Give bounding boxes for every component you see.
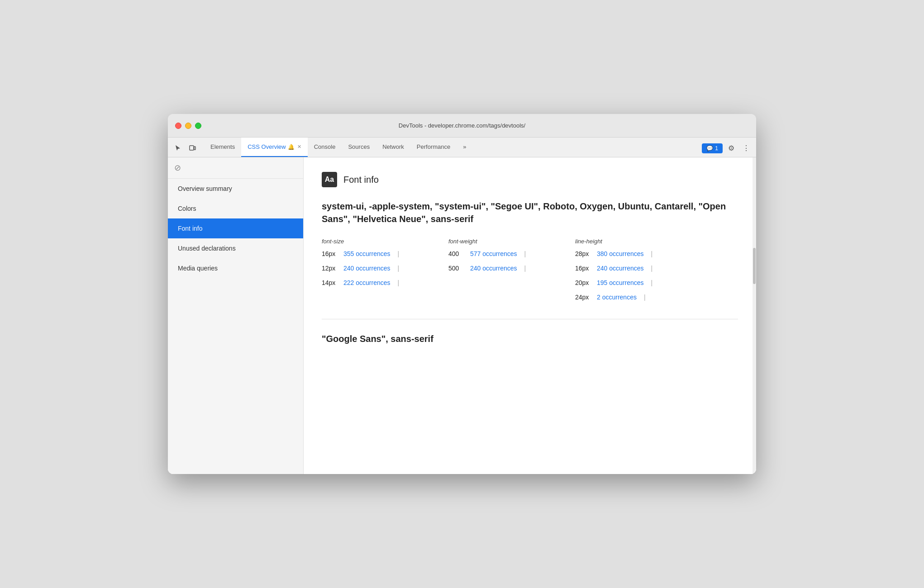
cursor-icon[interactable]: [171, 142, 184, 154]
bar-icon-3c: |: [651, 279, 653, 286]
col-line-height-label: line-height: [575, 238, 702, 245]
tab-more[interactable]: »: [457, 138, 472, 157]
sidebar-item-colors[interactable]: Colors: [168, 199, 303, 218]
sidebar-item-overview-summary[interactable]: Overview summary: [168, 179, 303, 199]
section-title: Font info: [343, 175, 379, 185]
scrollbar[interactable]: [753, 157, 756, 474]
svg-rect-0: [190, 146, 194, 150]
font-family-name-2: "Google Sans", sans-serif: [322, 334, 738, 344]
line-height-occ-3[interactable]: 195 occurrences: [597, 279, 644, 286]
tab-console[interactable]: Console: [308, 138, 342, 157]
tab-sources[interactable]: Sources: [342, 138, 376, 157]
section-divider: [322, 319, 738, 319]
font-weight-cell-1: 400 577 occurrences |: [448, 250, 575, 257]
sidebar: ⊘ Overview summary Colors Font info Unus…: [168, 157, 304, 474]
line-height-cell-1: 28px 380 occurrences |: [575, 250, 702, 257]
tab-performance[interactable]: Performance: [410, 138, 457, 157]
sidebar-item-font-info[interactable]: Font info: [168, 218, 303, 238]
line-height-occ-2[interactable]: 240 occurrences: [597, 265, 644, 272]
tab-bar: Elements CSS Overview 🔔 ✕ Console Source…: [204, 138, 702, 157]
table-row: 14px 222 occurrences | 20px 195 occurren…: [322, 279, 738, 286]
maximize-button[interactable]: [195, 123, 201, 129]
settings-icon[interactable]: ⚙: [725, 142, 737, 154]
col-font-weight-label: font-weight: [448, 238, 575, 245]
window-title: DevTools - developer.chrome.com/tags/dev…: [399, 122, 525, 129]
more-options-icon[interactable]: ⋮: [740, 142, 753, 154]
section-header: Aa Font info: [322, 172, 738, 187]
devtools-window: DevTools - developer.chrome.com/tags/dev…: [168, 114, 756, 474]
titlebar: DevTools - developer.chrome.com/tags/dev…: [168, 114, 756, 138]
bar-icon-2c: |: [651, 265, 653, 272]
line-height-cell-2: 16px 240 occurrences |: [575, 265, 702, 272]
font-table-header: font-size font-weight line-height: [322, 238, 738, 245]
font-size-occ-3[interactable]: 222 occurrences: [343, 279, 391, 286]
tab-elements[interactable]: Elements: [204, 138, 241, 157]
minimize-button[interactable]: [185, 123, 191, 129]
font-weight-occ-1[interactable]: 577 occurrences: [470, 250, 517, 257]
font-family-name-1: system-ui, -apple-system, "system-ui", "…: [322, 200, 738, 225]
font-info-icon: Aa: [322, 172, 337, 187]
font-size-value-3: 14px: [322, 279, 338, 286]
table-row: 16px 355 occurrences | 400 577 occurrenc…: [322, 250, 738, 257]
font-weight-value-1: 400: [448, 250, 465, 257]
font-size-cell-1: 16px 355 occurrences |: [322, 250, 448, 257]
line-height-value-3: 20px: [575, 279, 591, 286]
tab-close-icon[interactable]: ✕: [297, 144, 301, 150]
tab-css-overview[interactable]: CSS Overview 🔔 ✕: [241, 138, 308, 157]
col-font-size-label: font-size: [322, 238, 448, 245]
bar-icon-2a: |: [398, 265, 400, 272]
font-size-value-1: 16px: [322, 250, 338, 257]
table-row: 24px 2 occurrences |: [322, 294, 738, 301]
line-height-cell-4: 24px 2 occurrences |: [575, 294, 702, 301]
font-size-cell-2: 12px 240 occurrences |: [322, 265, 448, 272]
table-row: 12px 240 occurrences | 500 240 occurrenc…: [322, 265, 738, 272]
bar-icon-1b: |: [524, 250, 526, 257]
sidebar-item-unused-declarations[interactable]: Unused declarations: [168, 238, 303, 258]
sidebar-header: ⊘: [168, 157, 303, 179]
font-weight-cell-2: 500 240 occurrences |: [448, 265, 575, 272]
scrollbar-thumb[interactable]: [753, 248, 756, 284]
bar-icon-1a: |: [398, 250, 400, 257]
font-size-cell-3: 14px 222 occurrences |: [322, 279, 448, 286]
font-size-value-2: 12px: [322, 265, 338, 272]
bar-icon-2b: |: [524, 265, 526, 272]
notifications-badge[interactable]: 💬 1: [702, 143, 723, 153]
device-icon[interactable]: [186, 142, 199, 154]
close-button[interactable]: [175, 123, 181, 129]
font-size-occ-1[interactable]: 355 occurrences: [343, 250, 391, 257]
line-height-occ-4[interactable]: 2 occurrences: [597, 294, 637, 301]
line-height-value-2: 16px: [575, 265, 591, 272]
chat-icon: 💬: [706, 145, 713, 152]
sidebar-item-media-queries[interactable]: Media queries: [168, 258, 303, 278]
toolbar-icon-group: [171, 142, 199, 157]
line-height-occ-1[interactable]: 380 occurrences: [597, 250, 644, 257]
bar-icon-3a: |: [398, 279, 400, 286]
window-controls: [175, 123, 201, 129]
line-height-value-4: 24px: [575, 294, 591, 301]
font-size-occ-2[interactable]: 240 occurrences: [343, 265, 391, 272]
main-layout: ⊘ Overview summary Colors Font info Unus…: [168, 157, 756, 474]
bar-icon-4c: |: [644, 294, 646, 301]
line-height-cell-3: 20px 195 occurrences |: [575, 279, 702, 286]
font-weight-value-2: 500: [448, 265, 465, 272]
font-weight-occ-2[interactable]: 240 occurrences: [470, 265, 517, 272]
font-family-block-2: "Google Sans", sans-serif: [322, 334, 738, 344]
font-family-block-1: system-ui, -apple-system, "system-ui", "…: [322, 200, 738, 301]
content-area: Aa Font info system-ui, -apple-system, "…: [304, 157, 756, 474]
content-inner: Aa Font info system-ui, -apple-system, "…: [304, 157, 756, 359]
toolbar-right: 💬 1 ⚙ ⋮: [702, 142, 753, 157]
tab-network[interactable]: Network: [376, 138, 410, 157]
bar-icon-1c: |: [651, 250, 653, 257]
line-height-value-1: 28px: [575, 250, 591, 257]
block-icon: ⊘: [174, 163, 181, 172]
svg-rect-1: [194, 147, 195, 150]
toolbar: Elements CSS Overview 🔔 ✕ Console Source…: [168, 138, 756, 157]
warning-icon: 🔔: [288, 144, 295, 150]
